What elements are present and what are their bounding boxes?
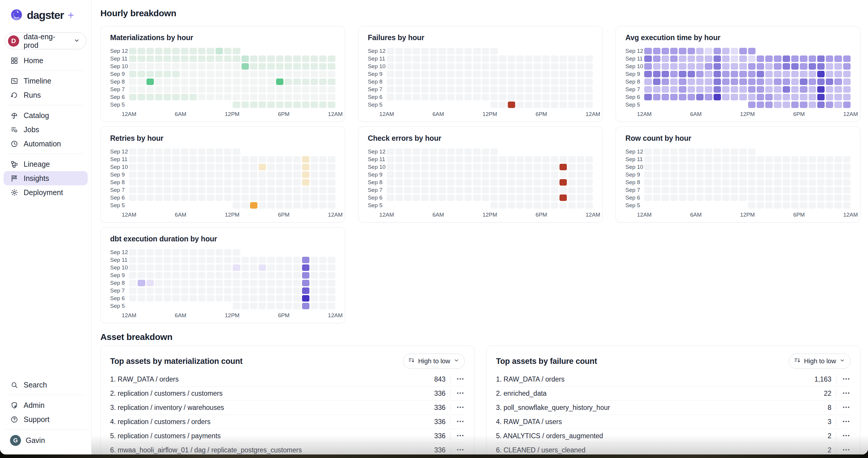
asset-name[interactable]: 2. enriched_data — [496, 390, 805, 397]
heatmap-row-label: Sep 10 — [368, 63, 387, 70]
sidebar-item-home[interactable]: Home — [4, 54, 88, 68]
asset-count: 336 — [419, 404, 445, 412]
heatmap-cell — [705, 179, 712, 186]
row-actions-button[interactable] — [842, 403, 850, 413]
heatmap-cell — [765, 56, 773, 62]
heatmap-cell — [319, 86, 327, 93]
sidebar-item-catalog[interactable]: Catalog — [4, 108, 88, 123]
heatmap-cell — [644, 171, 652, 178]
row-actions-button[interactable] — [456, 431, 465, 441]
heatmap-cell — [395, 63, 403, 70]
x-axis-label: 12AM — [586, 111, 600, 118]
heatmap-cell — [163, 272, 171, 279]
asset-name[interactable]: 6. CLEANED / users_cleaned — [496, 446, 805, 454]
heatmap-cell — [739, 63, 747, 70]
asset-row[interactable]: 6. mwaa_hooli_airflow_01 / dag / replica… — [110, 443, 465, 454]
row-actions-button[interactable] — [456, 445, 465, 454]
heatmap-cell — [395, 56, 403, 62]
asset-count: 8 — [805, 404, 831, 412]
asset-name[interactable]: 3. poll_snowflake_query_history_hour — [496, 404, 805, 412]
heatmap-cell — [679, 156, 686, 163]
asset-row[interactable]: 4. replication / customers / orders336 — [110, 415, 465, 429]
asset-row[interactable]: 1. RAW_DATA / orders1,163 — [496, 372, 850, 387]
heatmap-cell — [232, 71, 240, 77]
asset-row[interactable]: 5. ANALYTICS / orders_augmented2 — [496, 429, 850, 443]
asset-name[interactable]: 6. mwaa_hooli_airflow_01 / dag / replica… — [110, 446, 419, 454]
asset-row[interactable]: 2. enriched_data22 — [496, 387, 850, 401]
asset-name[interactable]: 3. replication / inventory / warehouses — [110, 404, 419, 412]
asset-name[interactable]: 5. replication / customers / payments — [110, 432, 419, 440]
asset-name[interactable]: 5. ANALYTICS / orders_augmented — [496, 432, 805, 440]
asset-row[interactable]: 3. poll_snowflake_query_history_hour8 — [496, 401, 850, 415]
heatmap-cell — [577, 187, 584, 193]
asset-name[interactable]: 1. RAW_DATA / orders — [496, 375, 805, 383]
heatmap-cell — [328, 179, 335, 186]
sort-dropdown[interactable]: High to low — [789, 354, 850, 369]
row-actions-button[interactable] — [456, 374, 465, 384]
heatmap-cell — [800, 86, 807, 93]
sidebar-item-deployment[interactable]: Deployment — [4, 185, 88, 199]
heatmap-cell — [568, 194, 576, 201]
asset-name[interactable]: 4. replication / customers / orders — [110, 418, 419, 426]
asset-row[interactable]: 3. replication / inventory / warehouses3… — [110, 401, 465, 415]
heatmap-cell — [242, 56, 249, 62]
heatmap-cell — [482, 94, 489, 100]
heatmap-cell — [172, 63, 180, 70]
heatmap-cell — [739, 156, 747, 163]
heatmap-cell — [568, 78, 576, 85]
heatmap-cell — [137, 187, 145, 193]
heatmap-cell — [800, 156, 807, 163]
heatmap-cell — [843, 156, 850, 163]
row-actions-button[interactable] — [842, 431, 850, 441]
row-actions-button[interactable] — [842, 445, 850, 454]
sidebar-item-runs[interactable]: Runs — [4, 88, 88, 102]
heatmap-cell — [198, 149, 206, 155]
heatmap-cell — [499, 164, 506, 170]
heatmap-row-label: Sep 8 — [368, 78, 387, 85]
asset-count: 336 — [419, 432, 445, 440]
row-actions-button[interactable] — [842, 374, 850, 384]
asset-count: 336 — [419, 446, 445, 454]
x-axis-label: 6PM — [535, 111, 547, 118]
heatmap-row-label: Sep 12 — [625, 48, 644, 54]
heatmap-cell — [207, 257, 214, 263]
sort-dropdown[interactable]: High to low — [403, 354, 465, 369]
heatmap-cell — [163, 295, 171, 302]
sidebar-item-automation[interactable]: Automation — [4, 137, 88, 151]
row-actions-button[interactable] — [456, 417, 465, 427]
heatmap-cell — [688, 48, 695, 54]
logo-row[interactable]: dagster + — [0, 8, 91, 23]
sidebar-item-timeline[interactable]: Timeline — [4, 74, 88, 88]
user-menu[interactable]: G Gavin — [4, 433, 88, 448]
row-actions-button[interactable] — [456, 389, 465, 398]
sidebar-item-jobs[interactable]: Jobs — [4, 123, 88, 137]
heatmap-row-label: Sep 11 — [625, 56, 644, 62]
avatar: G — [10, 435, 21, 446]
heatmap-cell — [525, 179, 532, 186]
row-actions-button[interactable] — [842, 417, 850, 427]
sidebar-item-support[interactable]: Support — [4, 412, 88, 426]
asset-row[interactable]: 5. replication / customers / payments336 — [110, 429, 465, 443]
heatmap-cell — [129, 264, 136, 271]
workspace-selector[interactable]: D data-eng-prod — [5, 32, 87, 49]
row-actions-button[interactable] — [842, 389, 850, 398]
sidebar-item-lineage[interactable]: Lineage — [4, 157, 88, 171]
heatmap-cell — [456, 56, 463, 62]
heatmap-card-dbt-execution-duration: dbt execution duration by hourSep 12Sep … — [100, 227, 345, 323]
heatmap-cell — [490, 63, 498, 70]
asset-name[interactable]: 2. replication / customers / customers — [110, 390, 419, 397]
asset-row[interactable]: 1. RAW_DATA / orders843 — [110, 372, 465, 387]
heatmap-cell — [482, 187, 489, 193]
asset-name[interactable]: 4. RAW_DATA / users — [496, 418, 805, 426]
heatmap-cell — [679, 164, 686, 170]
asset-row[interactable]: 6. CLEANED / users_cleaned2 — [496, 443, 850, 454]
heatmap-cell — [155, 94, 162, 100]
row-actions-button[interactable] — [456, 403, 465, 413]
asset-name[interactable]: 1. RAW_DATA / orders — [110, 375, 419, 383]
asset-row[interactable]: 4. RAW_DATA / users3 — [496, 415, 850, 429]
heatmap-cell — [207, 171, 214, 178]
sidebar-item-admin[interactable]: Admin — [4, 398, 88, 412]
asset-row[interactable]: 2. replication / customers / customers33… — [110, 387, 465, 401]
sidebar-item-insights[interactable]: Insights — [4, 171, 88, 185]
sidebar-item-search[interactable]: Search — [4, 378, 88, 392]
